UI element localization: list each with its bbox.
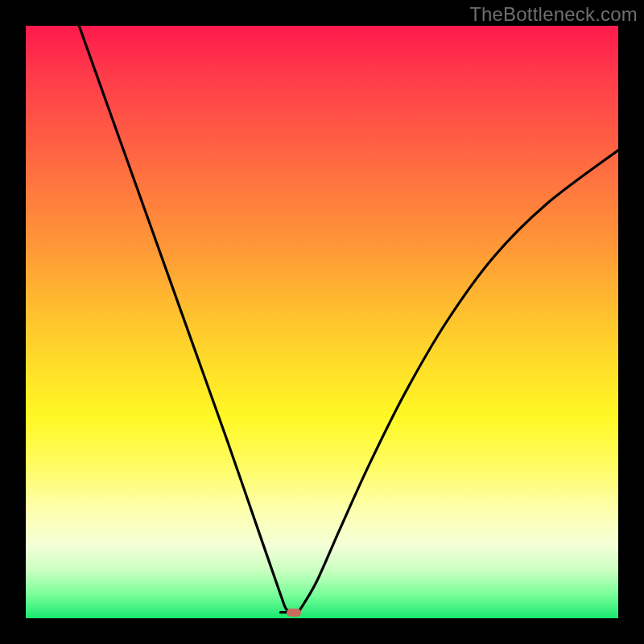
- bottleneck-curve: [26, 26, 618, 618]
- curve-left-branch: [79, 26, 292, 613]
- chart-frame: TheBottleneck.com: [0, 0, 644, 644]
- plot-area: [26, 26, 618, 618]
- curve-right-branch: [299, 151, 618, 613]
- watermark-text: TheBottleneck.com: [469, 3, 638, 26]
- optimal-point-marker: [287, 609, 301, 617]
